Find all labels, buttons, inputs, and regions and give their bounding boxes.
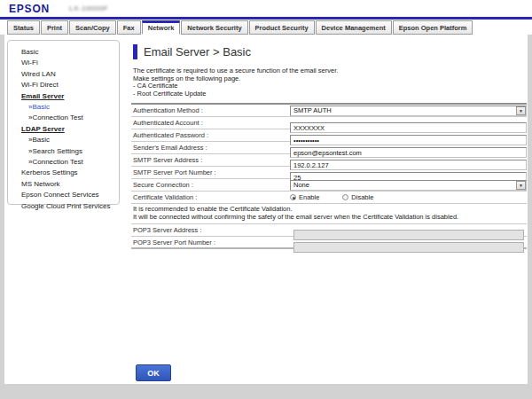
cert-validation-label: Certificate Validation :	[131, 193, 290, 201]
form-row: Secure Connection : None ▼	[131, 179, 527, 192]
sidebar-item-wifi-direct[interactable]: Wi-Fi Direct	[21, 80, 115, 90]
tab-status[interactable]: Status	[7, 20, 40, 35]
disable-radio[interactable]	[342, 194, 348, 200]
auth-method-label: Authentication Method :	[131, 106, 290, 114]
form-row: POP3 Server Address :	[131, 224, 527, 237]
note-line: It will be connected without confirming …	[133, 214, 527, 222]
form-row: Certificate Validation : Enable Disable	[131, 192, 527, 204]
app-header: EPSON LX-10000F	[0, 0, 532, 17]
email-server-form: Authentication Method : SMTP AUTH ▼ Auth…	[131, 103, 527, 249]
form-row: Authenticated Password :	[131, 129, 527, 142]
form-row: SMTP Server Port Number :	[131, 167, 527, 179]
tab-network[interactable]: Network	[142, 20, 181, 35]
sidebar-item-email-server-basic[interactable]: »Basic	[21, 102, 115, 113]
disable-radio-label: Disable	[351, 193, 373, 201]
form-row: Sender's Email Address :	[131, 142, 527, 154]
enable-radio-label: Enable	[299, 193, 319, 201]
sidebar-item-wired-lan[interactable]: Wired LAN	[21, 69, 115, 80]
tab-fax[interactable]: Fax	[117, 20, 141, 35]
pop3-address-label: POP3 Server Address :	[131, 226, 290, 234]
tab-print[interactable]: Print	[41, 20, 68, 35]
tab-epson-open-platform[interactable]: Epson Open Platform	[393, 20, 473, 35]
auth-account-label: Authenticated Account :	[131, 119, 290, 127]
title-accent-bar	[133, 44, 137, 59]
sidebar-section-email-server[interactable]: Email Server	[21, 91, 115, 102]
sidebar-item-google-cloud-print-services[interactable]: Google Cloud Print Services	[21, 201, 115, 212]
tab-network-security[interactable]: Network Security	[181, 20, 247, 35]
intro-line: - Root Certificate Update	[133, 90, 527, 98]
auth-password-label: Authenticated Password :	[131, 131, 290, 139]
sidebar-item-epson-connect-services[interactable]: Epson Connect Services	[21, 190, 115, 200]
sidebar-item-kerberos-settings[interactable]: Kerberos Settings	[21, 168, 115, 178]
cert-validation-note: It is recommended to enable the Certific…	[131, 204, 527, 224]
page-title: Email Server > Basic	[144, 45, 251, 59]
chevron-down-icon: ▼	[516, 181, 526, 190]
enable-radio[interactable]	[290, 194, 296, 200]
sidebar-item-ms-network[interactable]: MS Network	[21, 179, 115, 190]
chevron-down-icon: ▼	[516, 106, 526, 115]
auth-method-select[interactable]: SMTP AUTH ▼	[290, 106, 527, 116]
secure-connection-select[interactable]: None ▼	[290, 180, 527, 191]
form-row: Authentication Method : SMTP AUTH ▼	[131, 105, 527, 117]
secure-connection-value: None	[291, 181, 309, 189]
sender-email-label: Sender's Email Address :	[131, 144, 290, 152]
smtp-address-label: SMTP Server Address :	[131, 156, 290, 164]
sidebar-item-ldap-connection-test[interactable]: »Connection Test	[21, 157, 115, 168]
sidebar-nav: Basic Wi-Fi Wired LAN Wi-Fi Direct Email…	[7, 40, 120, 205]
sidebar-item-basic[interactable]: Basic	[21, 47, 115, 58]
tab-device-management[interactable]: Device Management	[316, 20, 392, 35]
pop3-server-port-input	[293, 242, 524, 253]
sidebar-item-email-server-connection-test[interactable]: »Connection Test	[21, 113, 115, 123]
tab-scan-copy[interactable]: Scan/Copy	[69, 20, 116, 35]
main-content: Email Server > Basic The certificate is …	[131, 44, 527, 381]
intro-line: Make settings on the following page.	[133, 75, 527, 83]
auth-method-value: SMTP AUTH	[291, 106, 332, 114]
form-row: Authenticated Account :	[131, 117, 527, 129]
intro-text: The certificate is required to use a sec…	[133, 67, 527, 98]
secure-connection-label: Secure Connection :	[131, 181, 290, 189]
sidebar-section-ldap-server[interactable]: LDAP Server	[21, 124, 115, 135]
tab-product-security[interactable]: Product Security	[249, 20, 315, 35]
smtp-port-label: SMTP Server Port Number :	[131, 168, 290, 176]
sidebar-item-ldap-search-settings[interactable]: »Search Settings	[21, 146, 115, 157]
cert-validation-radio-group: Enable Disable	[290, 192, 527, 203]
sidebar-item-ldap-basic[interactable]: »Basic	[21, 135, 115, 145]
sidebar-item-wifi[interactable]: Wi-Fi	[21, 58, 115, 68]
printer-model-name: LX-10000F	[69, 4, 108, 12]
pop3-port-label: POP3 Server Port Number :	[131, 239, 290, 246]
form-row: SMTP Server Address :	[131, 154, 527, 167]
ok-button[interactable]: OK	[136, 364, 171, 381]
content-panel: Status Print Scan/Copy Fax Network Netwo…	[4, 20, 528, 384]
page-frame: Status Print Scan/Copy Fax Network Netwo…	[0, 20, 532, 399]
epson-logo: EPSON	[9, 3, 50, 15]
tab-bar: Status Print Scan/Copy Fax Network Netwo…	[7, 20, 473, 35]
form-row: POP3 Server Port Number :	[131, 237, 527, 249]
